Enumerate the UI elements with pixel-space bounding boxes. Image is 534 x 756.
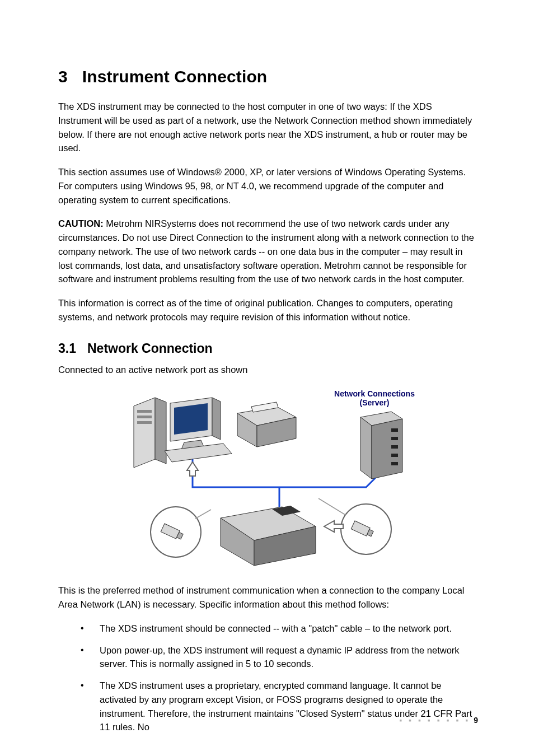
figure-caption-line2: (Server)	[360, 398, 390, 407]
server-pc-icon	[134, 398, 232, 468]
svg-rect-6	[391, 454, 398, 457]
svg-rect-1	[137, 416, 152, 418]
magnifier-left-icon	[151, 507, 211, 557]
paragraph-after-figure: This is the preferred method of instrume…	[58, 584, 478, 612]
list-item: The XDS instrument should be connected -…	[81, 622, 478, 636]
network-hub-icon	[360, 412, 402, 479]
section-title: Network Connection	[87, 341, 213, 356]
svg-rect-3	[391, 428, 398, 432]
list-item: The XDS instrument uses a proprietary, e…	[81, 679, 478, 734]
paragraph-intro-1: The XDS instrument may be connected to t…	[58, 100, 478, 155]
svg-rect-2	[137, 421, 152, 424]
chapter-title: Instrument Connection	[82, 67, 267, 86]
caution-label: CAUTION:	[58, 218, 104, 228]
instrument-icon	[221, 506, 316, 566]
network-diagram-svg: Network Connections (Server)	[111, 386, 425, 571]
svg-rect-4	[391, 437, 398, 440]
svg-rect-5	[391, 445, 398, 449]
section-intro: Connected to an active network port as s…	[58, 363, 478, 377]
paragraph-intro-2: This section assumes use of Windows® 200…	[58, 165, 478, 207]
svg-rect-7	[391, 462, 398, 465]
footer-dots-icon: ▪ ▪ ▪ ▪ ▪ ▪ ▪ ▪	[399, 716, 470, 725]
chapter-number: 3	[58, 67, 68, 86]
page-footer: ▪ ▪ ▪ ▪ ▪ ▪ ▪ ▪9	[399, 716, 478, 725]
chapter-heading: 3Instrument Connection	[58, 67, 478, 86]
caution-text: Metrohm NIRSystems does not recommend th…	[58, 218, 474, 284]
page-number: 9	[474, 716, 478, 725]
list-item: Upon power-up, the XDS instrument will r…	[81, 643, 478, 671]
section-heading: 3.1Network Connection	[58, 341, 478, 356]
arrow-right-icon	[324, 521, 343, 532]
svg-rect-0	[137, 410, 152, 413]
figure-caption-line1: Network Connections	[334, 389, 415, 398]
network-diagram-figure: Network Connections (Server)	[58, 386, 478, 571]
paragraph-caution: CAUTION: Metrohm NIRSystems does not rec…	[58, 217, 478, 286]
paragraph-intro-4: This information is correct as of the ti…	[58, 296, 478, 324]
arrow-left-icon	[187, 462, 198, 476]
section-number: 3.1	[58, 341, 76, 356]
printer-icon	[237, 402, 296, 447]
document-page: 3Instrument Connection The XDS instrumen…	[0, 0, 534, 756]
